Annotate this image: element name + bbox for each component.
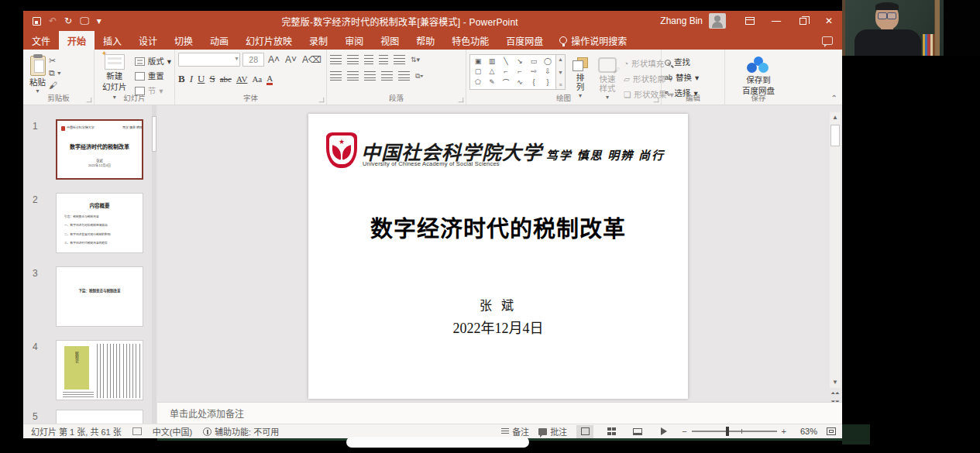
save-icon[interactable] [33, 17, 41, 26]
bullets-icon[interactable] [330, 55, 342, 64]
tab-transitions[interactable]: 切换 [166, 31, 201, 50]
paragraph-dialog-launcher[interactable] [459, 98, 463, 102]
scrollbar-thumb[interactable] [830, 125, 840, 146]
copy-icon[interactable]: ⧉ ▾ [49, 68, 61, 78]
format-painter-icon[interactable]: 🖌 [49, 81, 61, 91]
notes-placeholder[interactable]: 单击此处添加备注 [157, 407, 244, 420]
decrease-indent-icon[interactable] [364, 55, 373, 64]
zoom-slider-thumb[interactable] [726, 427, 729, 436]
font-dialog-launcher[interactable] [319, 98, 324, 102]
font-size-combo[interactable]: 28 [242, 53, 264, 67]
redo-icon[interactable]: ↻ [64, 16, 72, 26]
display-settings-icon[interactable] [132, 427, 142, 435]
minimize-button[interactable]: — [763, 11, 789, 31]
slideshow-view-button[interactable] [655, 425, 672, 438]
close-button[interactable]: ✕ [816, 11, 842, 31]
thumbnail-slide-3-preview[interactable]: 下篇：税制变迁与税制改革 [56, 266, 143, 327]
shapes-gallery[interactable]: ▣▥╲↘▭◯ ▢△⌐⌐⇨⇩ ⬠✎⌒∿{} [469, 54, 556, 90]
normal-view-button[interactable] [576, 425, 593, 438]
zoom-in-button[interactable]: + [782, 427, 786, 436]
layout-button[interactable]: 版式 ▾ [135, 56, 171, 68]
change-case-button[interactable]: Aa [252, 74, 262, 84]
accessibility-status[interactable]: 辅助功能: 不可用 [203, 425, 279, 438]
replace-button[interactable]: ab 替换 ▾ [665, 72, 721, 84]
customize-qat-icon[interactable]: ▾ [97, 16, 101, 26]
font-name-combo[interactable] [178, 53, 240, 67]
tab-animations[interactable]: 动画 [201, 31, 237, 50]
align-center-icon[interactable] [347, 71, 359, 81]
tab-view[interactable]: 视图 [372, 31, 407, 50]
font-color-button[interactable]: A [266, 74, 273, 85]
tab-slideshow[interactable]: 幻灯片放映 [237, 31, 301, 50]
convert-smartart-icon[interactable]: ⧉▾ [415, 72, 423, 81]
align-left-icon[interactable] [330, 71, 342, 81]
clear-formatting-icon[interactable]: A⌫ [301, 54, 323, 65]
reading-view-button[interactable] [629, 425, 646, 438]
columns-icon[interactable] [398, 71, 410, 81]
drawing-dialog-launcher[interactable] [654, 98, 658, 102]
restore-button[interactable] [789, 11, 816, 31]
slide-date[interactable]: 2022年12月4日 [308, 317, 688, 337]
thumbnail-slide-5-preview[interactable] [56, 410, 143, 424]
start-slideshow-icon[interactable]: 🖵 [80, 16, 89, 26]
tab-review[interactable]: 审阅 [336, 31, 372, 50]
reset-button[interactable]: 重置 [135, 70, 171, 83]
thumbnail-slide-1-preview[interactable]: 中国社会科学院大学 笃学 慎思 明辨 尚行 数字经济时代的税制改革 张斌2022… [56, 119, 143, 180]
shapes-gallery-scroll[interactable]: ▲▼≡ [556, 54, 566, 90]
tab-file[interactable]: 文件 [23, 31, 59, 50]
scroll-up-icon[interactable]: ▲ [830, 112, 841, 123]
save-to-baidu-button[interactable]: 保存到 百度网盘 [728, 53, 789, 97]
account-name[interactable]: Zhang Bin [660, 15, 703, 26]
zoom-slider[interactable] [692, 431, 777, 432]
numbering-icon[interactable] [347, 55, 359, 64]
line-spacing-icon[interactable] [394, 55, 405, 64]
text-shadow-button[interactable]: abc [220, 74, 232, 84]
fit-slide-to-window-button[interactable] [827, 427, 836, 435]
increase-indent-icon[interactable] [379, 55, 388, 64]
text-direction-icon[interactable]: ⇅▾ [411, 56, 420, 63]
account-avatar[interactable] [709, 13, 726, 29]
notes-toggle-button[interactable]: 备注 [501, 425, 529, 438]
slide-author[interactable]: 张 斌 [308, 295, 688, 314]
paste-button[interactable]: 粘贴 ▾ [26, 53, 49, 96]
thumbnail-slide-2-preview[interactable]: 内容概要 引言：税制变迁与税制改革 一、数字经济为何给税制带来挑战 二、数字经济… [56, 193, 143, 253]
italic-button[interactable]: I [190, 73, 193, 85]
zoom-out-button[interactable]: − [682, 427, 686, 436]
tab-baidu-netdisk[interactable]: 百度网盘 [497, 31, 552, 50]
notes-pane[interactable]: 单击此处添加备注 [157, 402, 842, 424]
tell-me-search[interactable]: 操作说明搜索 [552, 31, 634, 50]
comments-toggle-button[interactable]: 批注 [538, 425, 567, 438]
collapse-ribbon-icon[interactable]: ⌃ [831, 94, 837, 102]
tab-home[interactable]: 开始 [59, 31, 95, 50]
grow-font-icon[interactable]: A˄ [266, 54, 281, 65]
tab-help[interactable]: 帮助 [407, 31, 443, 50]
thumbnail-slide-4-preview[interactable]: 赋税论 [56, 340, 143, 400]
underline-button[interactable]: U [198, 73, 205, 85]
undo-icon[interactable]: ↶ [49, 16, 57, 26]
tab-insert[interactable]: 插入 [95, 31, 130, 50]
language-indicator[interactable]: 中文(中国) [153, 425, 192, 438]
slide-sorter-view-button[interactable] [603, 425, 620, 438]
align-right-icon[interactable] [364, 71, 376, 81]
comments-icon[interactable] [822, 36, 833, 45]
clipboard-dialog-launcher[interactable] [87, 98, 91, 102]
book-cover: 赋税论 [64, 346, 89, 390]
tab-record[interactable]: 录制 [301, 31, 336, 50]
strikethrough-button[interactable]: S [209, 73, 215, 85]
scroll-down-icon[interactable]: ▼ [830, 377, 841, 388]
character-spacing-button[interactable]: AV [236, 74, 247, 84]
slide-title[interactable]: 数字经济时代的税制改革 [308, 211, 688, 243]
previous-slide-button[interactable]: ⏶⏶ [830, 390, 839, 396]
zoom-percentage[interactable]: 63% [796, 427, 817, 436]
slide-vertical-scrollbar[interactable]: ▲ ▼ [830, 112, 841, 388]
tab-special-features[interactable]: 特色功能 [443, 31, 497, 50]
ribbon-display-options-button[interactable] [737, 11, 763, 31]
thumbnail-panel-scrollbar[interactable] [152, 105, 156, 424]
find-button[interactable]: 查找 [665, 57, 721, 69]
tab-design[interactable]: 设计 [130, 31, 166, 50]
cut-icon[interactable]: ✂ [49, 56, 61, 66]
bold-button[interactable]: B [178, 73, 185, 85]
shrink-font-icon[interactable]: A˅ [284, 54, 298, 65]
slide-canvas[interactable]: 中国社会科学院大学 University of Chinese Academy … [308, 114, 688, 399]
justify-icon[interactable] [381, 71, 393, 81]
